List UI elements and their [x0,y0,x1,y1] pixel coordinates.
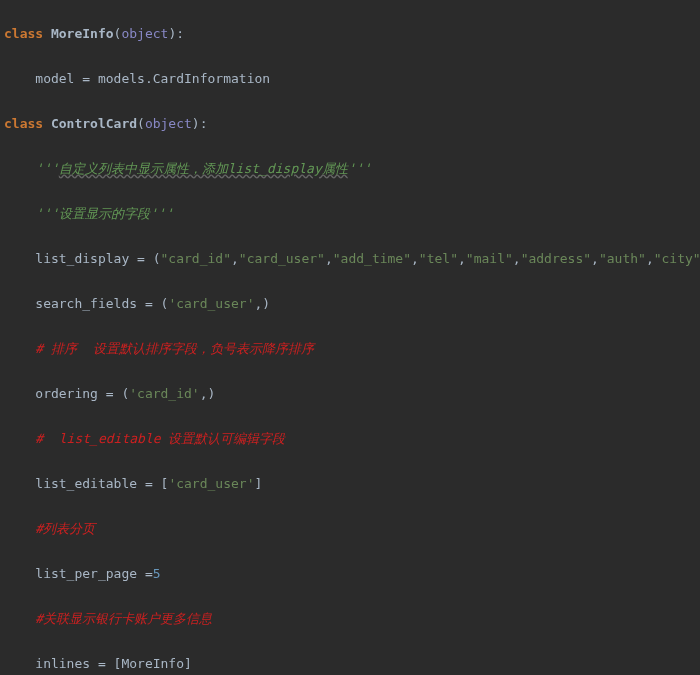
class-name: ControlCard [51,116,137,131]
comment: # 排序 设置默认排序字段，负号表示降序排序 [4,341,314,356]
comment: #列表分页 [4,521,95,536]
number: 5 [153,566,161,581]
code-line: #关联显示银行卡账户更多信息 [4,608,700,631]
comment: #关联显示银行卡账户更多信息 [4,611,212,626]
code-line: # 排序 设置默认排序字段，负号表示降序排序 [4,338,700,361]
code-line: class MoreInfo(object): [4,23,700,46]
builtin-object: object [145,116,192,131]
comment: # list_editable 设置默认可编辑字段 [4,431,285,446]
code-line: search_fields = ('card_user',) [4,293,700,316]
code-editor[interactable]: class MoreInfo(object): model = models.C… [0,0,700,675]
code-line: '''自定义列表中显示属性，添加list_display属性''' [4,158,700,181]
class-name: MoreInfo [51,26,114,41]
code-line: '''设置显示的字段''' [4,203,700,226]
code-line: #列表分页 [4,518,700,541]
docstring: 自定义列表中显示属性，添加list_display属性 [59,161,348,176]
code-line: list_editable = ['card_user'] [4,473,700,496]
code-line: list_per_page =5 [4,563,700,586]
code-line: class ControlCard(object): [4,113,700,136]
code-line: inlines = [MoreInfo] [4,653,700,676]
builtin-object: object [121,26,168,41]
keyword-class: class [4,116,51,131]
code-line: list_display = ("card_id","card_user","a… [4,248,700,271]
code-line: # list_editable 设置默认可编辑字段 [4,428,700,451]
docstring: '''设置显示的字段''' [4,206,173,221]
keyword-class: class [4,26,51,41]
code-line: ordering = ('card_id',) [4,383,700,406]
code-line: model = models.CardInformation [4,68,700,91]
